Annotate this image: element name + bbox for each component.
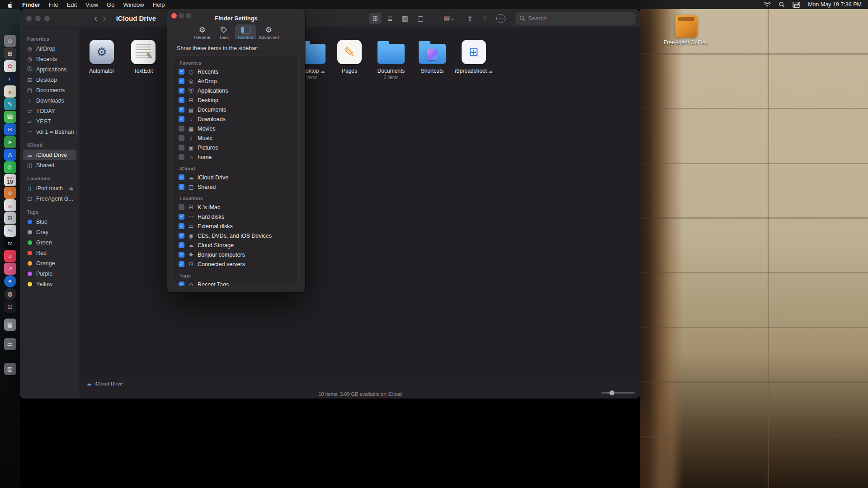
dock-vlc-icon[interactable]: ▲ — [4, 85, 16, 98]
checkbox-icloud-drive[interactable]: ✓ — [179, 174, 184, 180]
checkbox-hard-disks[interactable]: ✓ — [179, 214, 184, 220]
share-button[interactable]: ⇧ — [464, 13, 477, 24]
dock-safari-icon[interactable]: ✦ — [4, 275, 16, 287]
view-columns-button[interactable]: ▥ — [398, 13, 412, 24]
sidebar-item-green[interactable]: Green — [23, 237, 76, 248]
menu-bar-clock[interactable]: Mon May 19 7:36 PM — [808, 1, 862, 8]
dock-stocks-app-icon[interactable]: ∿ — [4, 225, 16, 237]
settings-row-applications[interactable]: ✓ⒶApplications — [179, 86, 294, 95]
sidebar-item-freeagent-g[interactable]: ⊟FreeAgent G...⏏ — [23, 193, 76, 204]
menu-app-name[interactable]: Finder — [22, 1, 40, 8]
dock-trash-icon[interactable]: ▥ — [4, 363, 16, 375]
settings-row-shared[interactable]: ✓◫Shared — [179, 182, 294, 192]
wifi-icon[interactable] — [764, 2, 771, 7]
settings-row-recents[interactable]: ✓◷Recents — [179, 67, 294, 76]
menu-file[interactable]: File — [49, 1, 58, 8]
settings-row-movies[interactable]: ▦Movies — [179, 124, 294, 133]
dock-calculator-icon[interactable]: ⊞ — [4, 212, 16, 224]
settings-row-desktop[interactable]: ✓⊟Desktop — [179, 95, 294, 105]
sidebar-item-red[interactable]: Red — [23, 248, 76, 258]
settings-row-cds-dvds-and-ios-devices[interactable]: ✓◉CDs, DVDs, and iOS Devices — [179, 231, 294, 240]
dock-avatar-app-icon[interactable]: ☺ — [4, 35, 16, 47]
settings-row-connected-servers[interactable]: ✓⊡Connected servers — [179, 259, 294, 269]
settings-row-music[interactable]: ♪Music — [179, 133, 294, 143]
settings-row-documents[interactable]: ✓▤Documents — [179, 105, 294, 114]
settings-row-external-disks[interactable]: ✓▭External disks — [179, 221, 294, 231]
menu-go[interactable]: Go — [107, 1, 114, 8]
tags-button[interactable]: ♢ — [479, 13, 492, 24]
dock-firefox-icon[interactable]: ◐ — [4, 73, 16, 85]
checkbox-movies[interactable] — [179, 126, 184, 131]
checkbox-cloud-storage[interactable]: ✓ — [179, 242, 184, 248]
sidebar-item-yellow[interactable]: Yellow — [23, 279, 76, 289]
file-automator[interactable]: ⚙Automator — [82, 39, 122, 74]
file-shortcuts[interactable]: Shortcuts — [412, 39, 452, 74]
sidebar-item-purple[interactable]: Purple — [23, 268, 76, 279]
sidebar-item-today[interactable]: ▱TODAY — [23, 106, 76, 116]
close-button[interactable] — [26, 16, 32, 21]
desktop-drive-icon[interactable] — [675, 15, 697, 38]
sidebar-item-airdrop[interactable]: ◎AirDrop — [23, 43, 76, 54]
dock-fitness-app-icon[interactable]: ↗ — [4, 263, 16, 275]
settings-row-downloads[interactable]: ✓↓Downloads — [179, 114, 294, 124]
sidebar-item-recents[interactable]: ◷Recents — [23, 54, 76, 64]
dock-dark-app-icon[interactable]: ◍ — [4, 288, 16, 300]
icon-size-slider[interactable] — [601, 390, 635, 395]
settings-row-bonjour-computers[interactable]: ✓❖Bonjour computers — [179, 250, 294, 259]
forward-button[interactable]: › — [100, 14, 108, 23]
checkbox-external-disks[interactable]: ✓ — [179, 223, 184, 229]
checkbox-documents[interactable]: ✓ — [179, 107, 184, 113]
menu-edit[interactable]: Edit — [67, 1, 77, 8]
view-gallery-button[interactable]: ▢ — [414, 13, 427, 24]
settings-row-hard-disks[interactable]: ✓▭Hard disks — [179, 212, 294, 221]
sidebar-item-desktop[interactable]: ⊟Desktop — [23, 75, 76, 85]
sidebar-item-icloud-drive[interactable]: ☁iCloud Drive — [23, 150, 76, 160]
checkbox-k-s-imac[interactable] — [179, 204, 184, 210]
slider-knob[interactable] — [609, 390, 614, 395]
search-input[interactable] — [528, 15, 632, 22]
checkbox-bonjour-computers[interactable]: ✓ — [179, 252, 184, 258]
dock-calendar-icon[interactable]: MAY19 — [4, 174, 16, 186]
checkbox-desktop[interactable]: ✓ — [179, 97, 184, 103]
settings-row-icloud-drive[interactable]: ✓☁iCloud Drive — [179, 173, 294, 182]
settings-row-home[interactable]: ⌂home — [179, 152, 294, 162]
dock-music-icon[interactable]: ♫ — [4, 250, 16, 262]
menu-window[interactable]: Window — [123, 1, 144, 8]
dock-external-drive-icon[interactable]: ▭ — [4, 338, 16, 350]
dock-mail-icon[interactable]: ✉ — [4, 123, 16, 136]
sidebar-item-gray[interactable]: Gray — [23, 227, 76, 237]
menu-view[interactable]: View — [85, 1, 98, 8]
dock-app-store-icon[interactable]: A — [4, 149, 16, 161]
path-bar-item[interactable]: iCloud Drive — [94, 381, 123, 386]
sidebar-item-applications[interactable]: ⒶApplications — [23, 64, 76, 75]
checkbox-cds-dvds-and-ios-devices[interactable]: ✓ — [179, 233, 184, 239]
dock-messages-icon[interactable]: ☎ — [4, 111, 16, 123]
dock-photos-icon[interactable]: ✿ — [4, 60, 16, 72]
checkbox-recents[interactable]: ✓ — [179, 69, 184, 75]
view-list-button[interactable]: ≣ — [383, 13, 396, 24]
file-pages[interactable]: ✎Pages — [330, 39, 369, 74]
file-ispreadsheet[interactable]: ⊞iSpreadsheet☁ — [454, 39, 494, 74]
dock-facetime-icon[interactable]: ✆ — [4, 161, 16, 174]
checkbox-shared[interactable]: ✓ — [179, 184, 184, 190]
file-textedit[interactable]: ✎TextEdit — [123, 39, 163, 74]
settings-row-cloud-storage[interactable]: ✓☁Cloud Storage — [179, 240, 294, 250]
sidebar-item-blue[interactable]: Blue — [23, 216, 76, 227]
settings-close-button[interactable] — [171, 13, 177, 19]
checkbox-home[interactable] — [179, 154, 184, 160]
sidebar-item-vol-1-batman[interactable]: ▱vol 1 = Batman [... — [23, 127, 76, 137]
dock-orange-app-icon[interactable]: ☺ — [4, 187, 16, 199]
dock-notes-app-icon[interactable]: ▤ — [4, 319, 16, 331]
minimize-button[interactable] — [35, 16, 41, 21]
dock-launchpad-icon[interactable]: ⊞ — [4, 47, 16, 60]
checkbox-connected-servers[interactable]: ✓ — [179, 261, 184, 267]
sidebar-item-ipod-touch[interactable]: ▯iPod touch⏏ — [23, 183, 76, 193]
dock-apple-tv-icon[interactable]: tv — [4, 237, 16, 249]
checkbox-pictures[interactable] — [179, 145, 184, 150]
dock-pencil-app-icon[interactable]: ✎ — [4, 98, 16, 110]
checkbox-applications[interactable]: ✓ — [179, 88, 184, 94]
dock-maps-icon[interactable]: ➤ — [4, 136, 16, 148]
slider-track[interactable] — [601, 392, 635, 394]
dock-reminders-icon[interactable]: ≣ — [4, 199, 16, 211]
checkbox-recent-tags[interactable]: ✓ — [179, 282, 184, 286]
